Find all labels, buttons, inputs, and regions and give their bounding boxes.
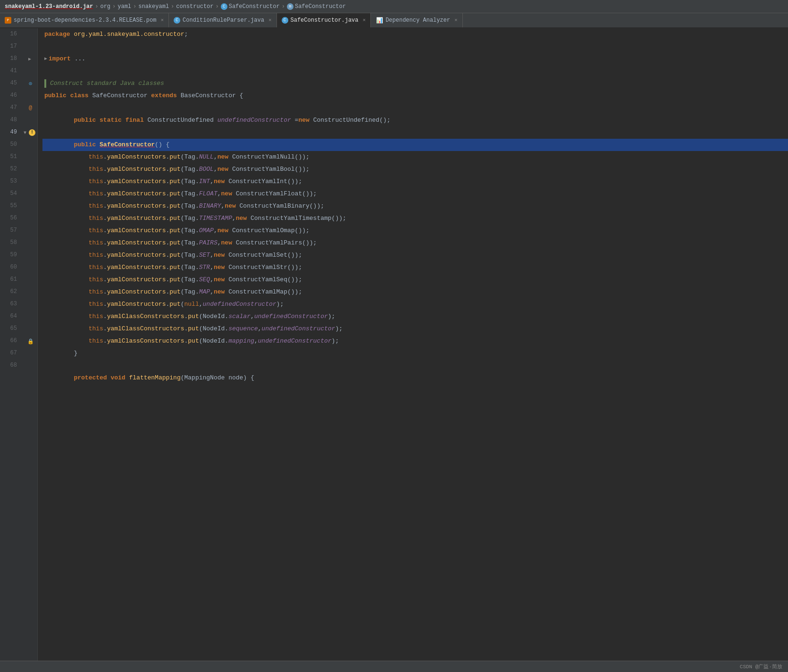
breadcrumb-yaml[interactable]: yaml xyxy=(117,3,131,10)
editor: 16 17 18 41 45 46 47 48 49 50 51 52 53 5… xyxy=(0,28,788,661)
breadcrumb-class-icon: C xyxy=(221,3,227,10)
ann-67 xyxy=(24,347,37,360)
gutter-55: 55 xyxy=(0,200,21,212)
code-line-51: this.yamlConstructors.put(Tag.BOOL, new … xyxy=(42,163,788,176)
status-text: CSDN @广益·简放 xyxy=(740,663,782,670)
breadcrumb-sep-1: › xyxy=(95,3,98,10)
tab-safeconstructor-label: SafeConstructor.java xyxy=(291,17,359,24)
code-line-52: this.yamlConstructors.put(Tag.INT, new C… xyxy=(42,176,788,188)
gutter-48: 48 xyxy=(0,114,21,126)
gutter-58: 58 xyxy=(0,237,21,249)
ann-63 xyxy=(24,298,37,311)
gutter-52: 52 xyxy=(0,163,21,176)
fold-18[interactable]: ▶ xyxy=(44,53,47,65)
code-line-62: this.yamlConstructors.put(null, undefine… xyxy=(42,298,788,311)
ann-59 xyxy=(24,249,37,261)
gutter-47: 47 xyxy=(0,102,21,114)
ann-65 xyxy=(24,323,37,335)
fold-icon-18[interactable]: ▶ xyxy=(28,56,31,62)
code-line-59: this.yamlConstructors.put(Tag.STR, new C… xyxy=(42,261,788,274)
code-line-45: public class SafeConstructor extends Bas… xyxy=(42,90,788,102)
code-line-48 xyxy=(42,126,788,139)
breadcrumb-method[interactable]: SafeConstructor xyxy=(295,3,346,10)
gutter-59: 59 xyxy=(0,249,21,261)
tab-pom[interactable]: P spring-boot-dependencies-2.3.4.RELEASE… xyxy=(0,13,169,27)
gutter-18: 18 xyxy=(0,53,21,65)
gutter-41: 41 xyxy=(0,65,21,77)
code-line-47: public static final ConstructUndefined u… xyxy=(42,114,788,126)
lock-icon-66: 🔒 xyxy=(27,338,34,344)
ann-64 xyxy=(24,311,37,323)
code-line-49: public SafeConstructor() { xyxy=(42,139,788,151)
code-editor[interactable]: package org.yaml.snakeyaml.constructor; … xyxy=(38,28,788,661)
gutter-60: 60 xyxy=(0,261,21,274)
code-line-55: this.yamlConstructors.put(Tag.TIMESTAMP,… xyxy=(42,212,788,225)
safeconstructor-icon: C xyxy=(282,17,288,24)
code-comment-construct: Construct standard Java classes xyxy=(42,77,788,90)
gutter-62: 62 xyxy=(0,286,21,298)
code-line-60: this.yamlConstructors.put(Tag.SEQ, new C… xyxy=(42,274,788,286)
ann-51 xyxy=(24,151,37,163)
ann-18[interactable]: ▶ xyxy=(24,53,37,65)
ann-45[interactable]: ⊙ xyxy=(24,77,37,90)
tab-condition-label: ConditionRuleParser.java xyxy=(183,17,264,24)
gutter-17: 17 xyxy=(0,41,21,53)
ann-17 xyxy=(24,41,37,53)
ann-41 xyxy=(24,65,37,77)
fold-icon-49[interactable]: ▼ xyxy=(24,130,26,135)
gutter-49: 49 xyxy=(0,126,21,139)
annotations-column: ▶ ⊙ @ ▼ ! xyxy=(24,28,38,661)
code-line-18: ▶ import ... xyxy=(42,53,788,65)
ann-49[interactable]: ▼ ! xyxy=(24,126,37,139)
gutter-54: 54 xyxy=(0,188,21,200)
code-line-64: this.yamlClassConstructors.put(NodeId.se… xyxy=(42,323,788,335)
gutter-67: 67 xyxy=(0,347,21,360)
ann-47: @ xyxy=(24,102,37,114)
breadcrumb-snakeyaml[interactable]: snakeyaml xyxy=(138,3,169,10)
gutter-56: 56 xyxy=(0,212,21,225)
gutter-66: 66 xyxy=(0,335,21,347)
ann-50 xyxy=(24,139,37,151)
at-icon-47: @ xyxy=(29,105,32,111)
ann-52 xyxy=(24,163,37,176)
ann-16 xyxy=(24,28,37,41)
breadcrumb-class[interactable]: SafeConstructor xyxy=(229,3,280,10)
ann-48 xyxy=(24,114,37,126)
code-line-65: this.yamlClassConstructors.put(NodeId.ma… xyxy=(42,335,788,347)
tab-dep[interactable]: 📊 Dependency Analyzer × xyxy=(371,13,462,27)
condition-icon: C xyxy=(174,17,180,24)
code-line-66: } xyxy=(42,347,788,360)
ann-66: 🔒 xyxy=(24,335,37,347)
line-numbers: 16 17 18 41 45 46 47 48 49 50 51 52 53 5… xyxy=(0,28,24,661)
tab-pom-close[interactable]: × xyxy=(160,17,164,23)
breadcrumb-constructor[interactable]: constructor xyxy=(176,3,213,10)
ann-57 xyxy=(24,225,37,237)
ann-62 xyxy=(24,286,37,298)
code-line-56: this.yamlConstructors.put(Tag.OMAP, new … xyxy=(42,225,788,237)
pom-icon: P xyxy=(5,17,11,24)
gutter-65: 65 xyxy=(0,323,21,335)
status-bar: CSDN @广益·简放 xyxy=(0,661,788,672)
ann-68 xyxy=(24,360,37,372)
code-line-53: this.yamlConstructors.put(Tag.FLOAT, new… xyxy=(42,188,788,200)
gutter-57: 57 xyxy=(0,225,21,237)
breadcrumb-org[interactable]: org xyxy=(100,3,110,10)
code-line-61: this.yamlConstructors.put(Tag.MAP, new C… xyxy=(42,286,788,298)
tab-safeconstructor-close[interactable]: × xyxy=(363,17,366,23)
gutter-51: 51 xyxy=(0,151,21,163)
ann-61 xyxy=(24,274,37,286)
breadcrumb-jar[interactable]: snakeyaml-1.23-android.jar xyxy=(5,3,93,10)
ann-60 xyxy=(24,261,37,274)
tab-condition[interactable]: C ConditionRuleParser.java × xyxy=(169,13,277,27)
tab-dep-close[interactable]: × xyxy=(454,17,458,23)
ann-54 xyxy=(24,188,37,200)
tab-pom-label: spring-boot-dependencies-2.3.4.RELEASE.p… xyxy=(14,17,156,24)
gutter-45: 45 xyxy=(0,77,21,90)
tab-bar: P spring-boot-dependencies-2.3.4.RELEASE… xyxy=(0,13,788,28)
tab-safeconstructor[interactable]: C SafeConstructor.java × xyxy=(277,13,371,27)
code-line-63: this.yamlClassConstructors.put(NodeId.sc… xyxy=(42,311,788,323)
code-line-57: this.yamlConstructors.put(Tag.PAIRS, new… xyxy=(42,237,788,249)
tab-condition-close[interactable]: × xyxy=(268,17,272,23)
ann-46 xyxy=(24,90,37,102)
code-line-54: this.yamlConstructors.put(Tag.BINARY, ne… xyxy=(42,200,788,212)
